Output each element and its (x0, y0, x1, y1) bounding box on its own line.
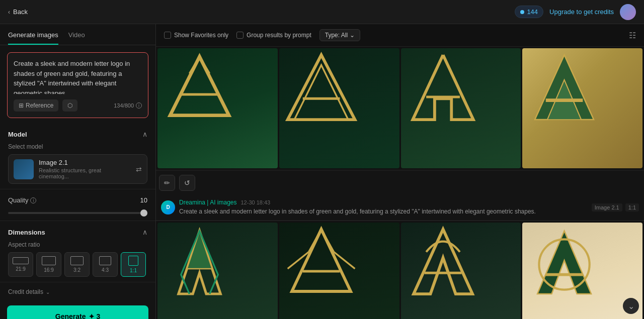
gallery-image-3[interactable] (401, 48, 521, 168)
quality-section: Quality i 10 (0, 189, 155, 221)
aspect-16-9[interactable]: 16:9 (36, 252, 61, 277)
quality-row: Quality i 10 (8, 196, 147, 204)
avatar[interactable] (620, 4, 636, 20)
dimensions-section: Dimensions ∧ Aspect ratio 21:9 16:9 3 (0, 221, 155, 282)
prompt-time: 12-30 18:43 (241, 199, 271, 205)
prompt-text: Create a sleek and modern letter logo in… (179, 207, 584, 216)
model-settings-icon[interactable]: ⇄ (136, 165, 142, 173)
dimensions-toggle[interactable]: ∧ (142, 228, 147, 236)
left-panel: Generate images Video ⊞ Reference ⬡ (0, 24, 156, 319)
prompt-buttons: ⊞ Reference ⬡ (14, 99, 77, 112)
back-button[interactable]: ‹ Back (8, 8, 28, 16)
prompt-actions: ⊞ Reference ⬡ 134/800 i (14, 99, 142, 112)
reference-icon: ⊞ (19, 102, 24, 109)
prompt-meta: Dreamina | AI images 12-30 18:43 Create … (179, 199, 584, 216)
credit-details-label: Credit details (8, 288, 43, 295)
action-prompt-strip: ✏ ↺ D Dreamina | AI images 12-30 18:43 C… (156, 170, 644, 221)
gallery-image-6[interactable] (279, 223, 399, 319)
credit-details-row[interactable]: Credit details ⌄ (0, 282, 155, 301)
show-favorites-filter[interactable]: Show Favorites only (164, 32, 228, 39)
char-count: 134/800 i (114, 102, 142, 109)
prompt-info: D Dreamina | AI images 12-30 18:43 Creat… (156, 195, 644, 221)
reference-button[interactable]: ⊞ Reference (14, 99, 58, 112)
model-thumbnail (14, 159, 34, 179)
quality-label: Quality i (8, 196, 36, 204)
right-panel: Show Favorites only Group results by pro… (156, 24, 644, 319)
credits-value: 144 (527, 8, 538, 16)
panel-tabs: Generate images Video (0, 24, 155, 45)
gallery-image-5[interactable] (157, 223, 278, 319)
style-button[interactable]: ⬡ (62, 99, 77, 112)
type-filter[interactable]: Type: All ⌄ (319, 29, 360, 41)
generate-icon: ✦ 3 (89, 312, 100, 319)
chevron-down-icon: ⌄ (46, 289, 50, 295)
favorites-checkbox[interactable] (164, 32, 171, 39)
scroll-down-button[interactable]: ⌄ (623, 298, 639, 314)
model-name: Image 2.1 (39, 159, 131, 166)
refresh-icon: ↺ (184, 179, 190, 187)
gallery-grid-top (156, 47, 644, 170)
tab-video[interactable]: Video (68, 24, 85, 45)
aspect-3-2[interactable]: 3:2 (64, 252, 90, 277)
aspect-rect-3-2 (70, 256, 84, 265)
gallery-scroll[interactable]: ✏ ↺ D Dreamina | AI images 12-30 18:43 C… (156, 47, 644, 319)
chevron-down-icon: ⌄ (350, 32, 355, 39)
svg-line-14 (321, 229, 334, 252)
gallery-grid-bottom (156, 221, 644, 319)
group-checkbox[interactable] (236, 32, 244, 39)
svg-marker-0 (170, 57, 229, 116)
model-title: Model (8, 131, 27, 138)
refresh-button[interactable]: ↺ (179, 175, 195, 191)
generate-button[interactable]: Generate ✦ 3 (7, 305, 148, 319)
model-toggle[interactable]: ∧ (142, 130, 147, 138)
credits-badge: 144 (515, 6, 543, 18)
prompt-tags: Image 2.1 1:1 (592, 203, 639, 211)
ratio-tag: 1:1 (625, 203, 639, 211)
gallery-image-4[interactable] (522, 48, 642, 168)
upgrade-button[interactable]: Upgrade to get credits (549, 8, 614, 16)
aspect-1-1[interactable]: 1:1 (121, 252, 146, 277)
aspect-rect-1-1 (128, 256, 138, 266)
topbar-right: 144 Upgrade to get credits (515, 4, 636, 20)
ai-avatar: D (161, 200, 175, 215)
model-tag: Image 2.1 (592, 203, 622, 211)
quality-info-icon[interactable]: i (30, 197, 36, 203)
svg-line-4 (190, 57, 200, 73)
tab-generate-images[interactable]: Generate images (8, 24, 58, 45)
model-selector[interactable]: Image 2.1 Realistic structures, great ci… (8, 154, 147, 184)
dimensions-title: Dimensions (8, 229, 45, 236)
model-info: Image 2.1 Realistic structures, great ci… (39, 159, 131, 179)
topbar: ‹ Back 144 Upgrade to get credits (0, 0, 644, 24)
select-model-label: Select model (8, 143, 147, 150)
aspect-ratio-label: Aspect ratio (8, 241, 147, 248)
group-results-filter[interactable]: Group results by prompt (236, 32, 311, 39)
pencil-icon: ✏ (164, 179, 170, 187)
gallery-image-1[interactable] (157, 48, 278, 168)
edit-button[interactable]: ✏ (159, 175, 175, 191)
credits-dot (520, 10, 524, 14)
aspect-4-3[interactable]: 4:3 (93, 252, 118, 277)
aspect-rect-16-9 (42, 256, 56, 265)
svg-line-13 (308, 229, 321, 252)
aspect-ratio-options: 21:9 16:9 3:2 4:3 (8, 252, 147, 277)
info-icon[interactable]: i (136, 102, 142, 109)
svg-marker-11 (292, 229, 351, 291)
style-icon: ⬡ (67, 102, 72, 109)
filter-left: Show Favorites only Group results by pro… (164, 29, 360, 41)
main-layout: Generate images Video ⊞ Reference ⬡ (0, 24, 644, 319)
aspect-21-9[interactable]: 21:9 (8, 252, 33, 277)
prompt-meta-top: Dreamina | AI images 12-30 18:43 (179, 199, 584, 206)
filter-bar: Show Favorites only Group results by pro… (156, 24, 644, 47)
gallery-view-icon[interactable]: ☷ (629, 31, 636, 40)
action-strip: ✏ ↺ (156, 170, 644, 195)
model-section-header: Model ∧ (8, 130, 147, 138)
back-label: Back (13, 8, 28, 16)
model-section: Model ∧ Select model Image 2.1 Realistic… (0, 123, 155, 189)
prompt-source: Dreamina | AI images (179, 199, 237, 206)
quality-slider[interactable] (8, 212, 147, 214)
gallery-image-2[interactable] (279, 48, 399, 168)
prompt-textarea[interactable] (14, 59, 142, 94)
chevron-left-icon: ‹ (8, 9, 10, 16)
gallery-image-7[interactable] (401, 223, 521, 319)
quality-value: 10 (140, 196, 147, 204)
